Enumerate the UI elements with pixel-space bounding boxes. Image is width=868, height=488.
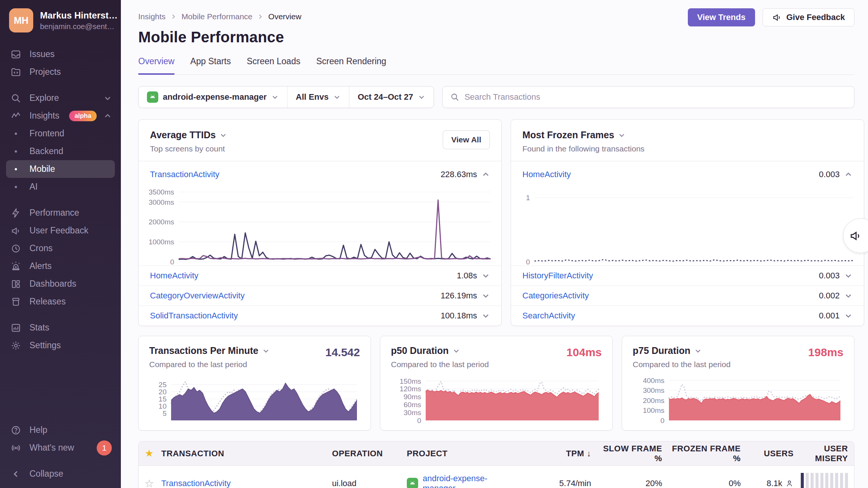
list-item: HomeActivity 1.08s [139, 266, 501, 286]
sidebar-item-whats-new[interactable]: What's new 1 [6, 439, 115, 457]
tab-overview[interactable]: Overview [138, 56, 175, 75]
sidebar-item-label: What's new [29, 443, 74, 453]
transaction-link[interactable]: CategoriesActivity [522, 291, 589, 301]
svg-text:0: 0 [526, 258, 530, 266]
sidebar-item-label: Stats [29, 323, 49, 333]
transaction-link[interactable]: TransactionActivity [150, 170, 219, 179]
sidebar-item-user-feedback[interactable]: User Feedback [6, 222, 115, 239]
column-frozen-frame[interactable]: FROZEN FRAME % [664, 444, 742, 463]
transaction-link[interactable]: HomeActivity [150, 271, 198, 281]
svg-text:1000ms: 1000ms [148, 238, 174, 246]
tab-screen-rendering[interactable]: Screen Rendering [316, 56, 386, 75]
sidebar-item-insights[interactable]: Insights alpha [6, 107, 115, 125]
sidebar-item-ai[interactable]: AI [6, 178, 115, 196]
column-user-misery[interactable]: USER MISERY [795, 444, 854, 463]
most-frozen-frames-title[interactable]: Most Frozen Frames [522, 130, 853, 141]
row-value: 126.19ms [440, 291, 477, 301]
column-transaction[interactable]: TRANSACTION [160, 449, 331, 459]
bar-chart-icon [10, 323, 22, 333]
chevron-up-icon[interactable] [482, 170, 490, 179]
tab-bar: Overview App Starts Screen Loads Screen … [138, 56, 854, 75]
sidebar-item-projects[interactable]: Projects [6, 63, 115, 81]
transaction-link[interactable]: HomeActivity [522, 170, 571, 179]
card-subtitle: Top screens by count [150, 144, 490, 153]
column-operation[interactable]: OPERATION [331, 449, 405, 459]
row-value: 0.002 [819, 291, 840, 301]
sidebar-item-backend[interactable]: Backend [6, 142, 115, 160]
sidebar-item-label: Issues [29, 49, 54, 59]
column-slow-frame[interactable]: SLOW FRAME % [593, 444, 664, 463]
column-users[interactable]: USERS [742, 449, 795, 459]
transaction-link[interactable]: SearchActivity [522, 311, 575, 321]
sidebar-item-dashboards[interactable]: Dashboards [6, 275, 115, 293]
chevron-down-icon [418, 93, 425, 101]
breadcrumb-mobile-performance[interactable]: Mobile Performance [181, 12, 252, 21]
chevron-up-icon[interactable] [844, 170, 853, 179]
sidebar-item-label: AI [29, 182, 38, 192]
user-menu[interactable]: MH Markus Hinterst… benjamin.coe@sent… [0, 8, 121, 32]
card-title-label: Average TTIDs [150, 130, 216, 141]
chevron-down-icon [453, 347, 460, 355]
tpm-cell: 5.74/min [519, 479, 593, 488]
chevron-down-icon[interactable] [482, 272, 490, 280]
star-icon[interactable]: ★ [139, 448, 160, 459]
chevron-down-icon[interactable] [844, 312, 853, 320]
sidebar-item-releases[interactable]: Releases [6, 293, 115, 310]
transaction-link[interactable]: HistoryFilterActivity [522, 271, 593, 281]
sidebar-collapse-button[interactable]: Collapse [6, 465, 115, 483]
layout-icon [10, 279, 22, 289]
sidebar-item-help[interactable]: Help [6, 421, 115, 439]
user-email: benjamin.coe@sent… [40, 22, 117, 31]
date-range-filter[interactable]: Oct 24–Oct 27 [349, 86, 434, 108]
sidebar-item-issues[interactable]: Issues [6, 45, 115, 63]
sidebar-item-alerts[interactable]: Alerts [6, 257, 115, 275]
sidebar-item-label: Frontend [29, 128, 64, 139]
svg-text:5: 5 [162, 409, 167, 417]
p50-value: 104ms [567, 346, 602, 359]
chevron-down-icon[interactable] [844, 292, 853, 300]
row-value: 100.18ms [440, 311, 477, 321]
average-ttids-title[interactable]: Average TTIDs [150, 130, 490, 141]
svg-text:300ms: 300ms [643, 386, 664, 394]
megaphone-icon [10, 225, 22, 236]
project-filter[interactable]: android-expense-manager [139, 86, 287, 108]
chevron-down-icon[interactable] [844, 272, 853, 280]
star-outline-icon[interactable]: ☆ [139, 477, 160, 488]
siren-icon [10, 261, 22, 272]
transactions-table: ★ TRANSACTION OPERATION PROJECT TPM ↓ SL… [138, 441, 854, 488]
chevron-down-icon [103, 94, 112, 102]
breadcrumb-overview: Overview [268, 12, 301, 21]
column-project[interactable]: PROJECT [405, 449, 519, 459]
p75-chart: 400ms300ms200ms100ms0 [633, 375, 843, 425]
search-transactions [442, 86, 854, 108]
transaction-link[interactable]: TransactionActivity [161, 479, 231, 488]
column-tpm[interactable]: TPM ↓ [519, 449, 593, 459]
p75-value: 198ms [808, 346, 843, 359]
give-feedback-button[interactable]: Give Feedback [763, 8, 854, 26]
sidebar-item-performance[interactable]: Performance [6, 204, 115, 222]
breadcrumb-insights[interactable]: Insights [138, 12, 165, 21]
sidebar-item-frontend[interactable]: Frontend [6, 125, 115, 142]
tab-app-starts[interactable]: App Starts [190, 56, 231, 75]
sidebar-item-explore[interactable]: Explore [6, 89, 115, 107]
transaction-link[interactable]: SolidTransactionActivity [150, 311, 238, 321]
svg-text:100ms: 100ms [643, 406, 664, 414]
card-title-label: Most Frozen Frames [522, 130, 614, 141]
tab-screen-loads[interactable]: Screen Loads [247, 56, 300, 75]
chevron-left-icon [10, 469, 22, 479]
search-input[interactable] [465, 92, 846, 102]
sidebar-item-crons[interactable]: Crons [6, 239, 115, 257]
sidebar-item-stats[interactable]: Stats [6, 319, 115, 337]
project-link[interactable]: android-expense-manager [423, 474, 517, 488]
view-trends-button[interactable]: View Trends [688, 8, 755, 26]
chevron-down-icon[interactable] [482, 292, 490, 300]
chevron-down-icon[interactable] [482, 312, 490, 320]
environment-filter[interactable]: All Envs [287, 86, 349, 108]
svg-text:150ms: 150ms [400, 377, 421, 385]
sidebar-item-mobile[interactable]: Mobile [6, 160, 115, 178]
view-all-button[interactable]: View All [443, 130, 490, 149]
users-count: 8.1k [766, 479, 782, 488]
sidebar-item-settings[interactable]: Settings [6, 337, 115, 354]
svg-text:200ms: 200ms [643, 397, 664, 405]
transaction-link[interactable]: CategoryOverviewActivity [150, 291, 245, 301]
